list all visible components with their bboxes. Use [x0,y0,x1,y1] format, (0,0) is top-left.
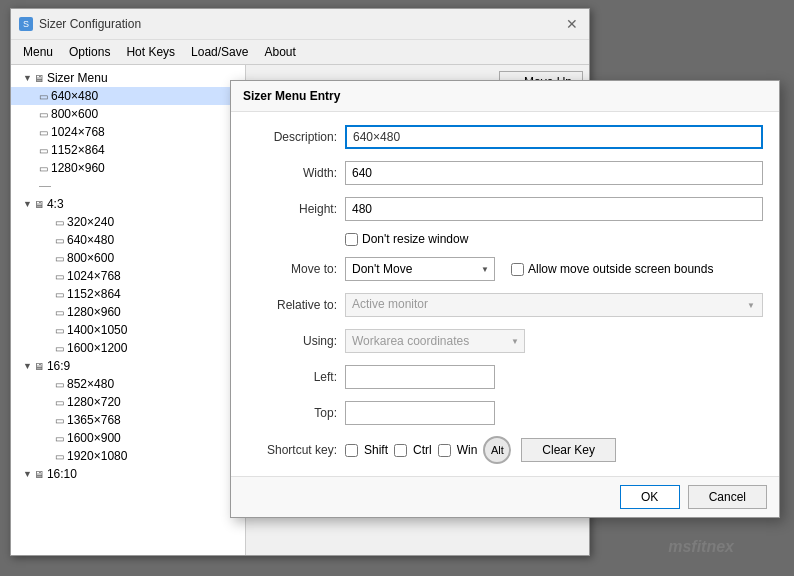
menu-item-loadsave[interactable]: Load/Save [183,42,256,62]
expand-arrow: ▼ [23,199,32,209]
move-to-select[interactable]: Don't Move Top Left Top Right Bottom Lef… [345,257,495,281]
ctrl-label: Ctrl [413,443,432,457]
tree-item[interactable]: ▭ 640×480 [11,87,245,105]
left-panel: ▼ 🖥 Sizer Menu ▭ 640×480 ▭ 800×600 ▭ 102… [11,65,246,555]
tree-item-label: 640×480 [67,233,114,247]
tree-item[interactable]: ▭ 852×480 [11,375,245,393]
relative-to-wrapper: Active monitor [345,293,763,317]
group-icon: 🖥 [34,199,44,210]
allow-outside-checkbox[interactable] [511,263,524,276]
win-checkbox[interactable] [438,444,451,457]
expand-arrow: ▼ [23,73,32,83]
move-to-label: Move to: [247,262,337,276]
menu-bar: Menu Options Hot Keys Load/Save About [11,40,589,65]
dont-resize-checkbox[interactable] [345,233,358,246]
cancel-button[interactable]: Cancel [688,485,767,509]
ctrl-checkbox[interactable] [394,444,407,457]
window-title: Sizer Configuration [39,17,141,31]
width-row: Width: [247,160,763,186]
tree-group-1610[interactable]: ▼ 🖥 16:10 [11,465,245,483]
tree-item-label: 1280×960 [51,161,105,175]
tree-group-label: 4:3 [47,197,64,211]
tree-group-label: 16:9 [47,359,70,373]
alt-label: Alt [491,444,504,456]
clear-key-button[interactable]: Clear Key [521,438,616,462]
tree-item[interactable]: ▭ 1152×864 [11,285,245,303]
item-icon: ▭ [55,415,64,426]
item-icon: ▭ [55,271,64,282]
top-input[interactable] [345,401,495,425]
top-row: Top: [247,400,763,426]
using-select[interactable]: Workarea coordinates [345,329,525,353]
item-icon: ▭ [55,253,64,264]
menu-item-hotkeys[interactable]: Hot Keys [118,42,183,62]
description-row: Description: [247,124,763,150]
tree-item[interactable]: ▭ 1600×900 [11,429,245,447]
ok-button[interactable]: OK [620,485,680,509]
relative-to-label: Relative to: [247,298,337,312]
tree-item-label: 1152×864 [67,287,121,301]
tree-item[interactable]: ▭ 1280×720 [11,393,245,411]
dialog-body: Description: Width: Height: Don't resize… [231,112,779,476]
using-label: Using: [247,334,337,348]
relative-to-input: Active monitor [345,293,763,317]
title-bar: S Sizer Configuration ✕ [11,9,589,40]
tree-group-169[interactable]: ▼ 🖥 16:9 [11,357,245,375]
shortcut-options: Shift Ctrl Win Alt Clear Key [345,436,616,464]
tree-item-label: 1152×864 [51,143,105,157]
menu-item-options[interactable]: Options [61,42,118,62]
group-icon: 🖥 [34,361,44,372]
left-row: Left: [247,364,763,390]
description-input[interactable] [345,125,763,149]
item-icon: ▭ [55,397,64,408]
close-button[interactable]: ✕ [563,15,581,33]
tree-item-label: 1600×900 [67,431,121,445]
item-icon: ▭ [39,163,48,174]
menu-item-about[interactable]: About [256,42,303,62]
item-icon: ▭ [39,145,48,156]
alt-circle: Alt [483,436,511,464]
tree-item[interactable]: ▭ 1600×1200 [11,339,245,357]
watermark: msfitnex [668,538,734,556]
move-to-row: Move to: Don't Move Top Left Top Right B… [247,256,763,282]
tree-item-label: 1400×1050 [67,323,127,337]
left-input[interactable] [345,365,495,389]
tree-item-label: 1280×960 [67,305,121,319]
shift-label: Shift [364,443,388,457]
menu-item-menu[interactable]: Menu [15,42,61,62]
tree-item[interactable]: ▭ 1400×1050 [11,321,245,339]
tree-item[interactable]: ▭ 1152×864 [11,141,245,159]
height-row: Height: [247,196,763,222]
tree-group-label: 16:10 [47,467,77,481]
tree-root[interactable]: ▼ 🖥 Sizer Menu [11,69,245,87]
tree-item-label: 852×480 [67,377,114,391]
tree-item[interactable]: ▭ 800×600 [11,249,245,267]
tree-item[interactable]: ▭ 1280×960 [11,159,245,177]
tree-item[interactable]: ▭ 1920×1080 [11,447,245,465]
item-icon: ▭ [55,289,64,300]
tree-item[interactable]: ▭ 320×240 [11,213,245,231]
tree-item[interactable]: ▭ 1365×768 [11,411,245,429]
allow-outside-label: Allow move outside screen bounds [528,262,713,276]
tree-item[interactable]: ▭ 1024×768 [11,123,245,141]
height-label: Height: [247,202,337,216]
tree-root-label: Sizer Menu [47,71,108,85]
allow-outside-group: Allow move outside screen bounds [511,262,713,276]
item-icon: ▭ [55,235,64,246]
item-icon: ▭ [55,325,64,336]
move-to-wrapper: Don't Move Top Left Top Right Bottom Lef… [345,257,495,281]
tree-group-43[interactable]: ▼ 🖥 4:3 [11,195,245,213]
tree-item[interactable]: ▭ 1024×768 [11,267,245,285]
tree-item[interactable]: ▭ 1280×960 [11,303,245,321]
tree-item[interactable]: ▭ 640×480 [11,231,245,249]
shift-checkbox[interactable] [345,444,358,457]
width-label: Width: [247,166,337,180]
left-label: Left: [247,370,337,384]
tree-item-label: 800×600 [51,107,98,121]
using-row: Using: Workarea coordinates [247,328,763,354]
item-icon: ▭ [55,343,64,354]
group-icon: 🖥 [34,469,44,480]
width-input[interactable] [345,161,763,185]
height-input[interactable] [345,197,763,221]
tree-item[interactable]: ▭ 800×600 [11,105,245,123]
